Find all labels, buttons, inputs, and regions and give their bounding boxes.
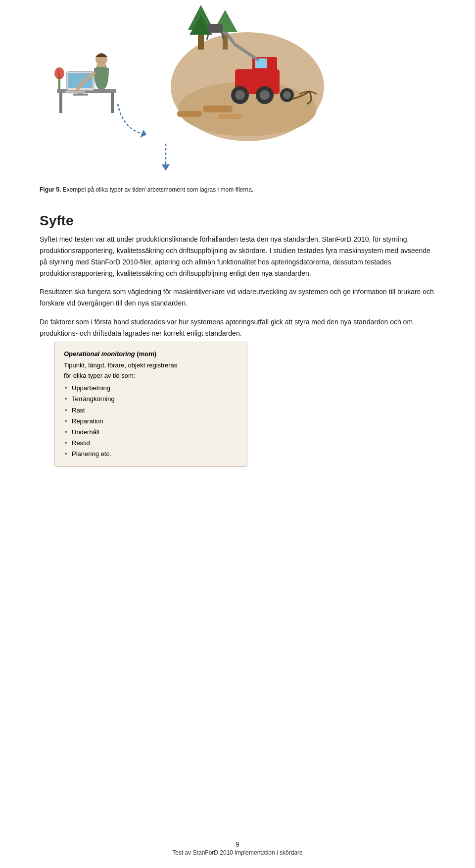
svg-point-27: [260, 90, 270, 100]
svg-point-29: [283, 91, 291, 99]
svg-rect-1: [59, 93, 62, 113]
figure-text: Exempel på olika typer av tider/ arbetsm…: [63, 186, 253, 193]
person-desk-illustration: [54, 40, 119, 119]
list-item: Restid: [64, 438, 238, 449]
operational-monitoring-box: Operational monitoring (mom) Tipunkt, lä…: [54, 342, 247, 467]
figure-caption: Figur 5. Exempel på olika typer av tider…: [40, 185, 435, 194]
svg-point-12: [57, 70, 61, 74]
paragraph-3: De faktorer som i första hand studerades…: [40, 316, 435, 339]
box-items-list: Upparbetning Terrängkörning Rast Reparat…: [64, 383, 238, 460]
svg-rect-30: [208, 24, 223, 33]
paragraph-2: Resultaten ska fungera som vägledning fö…: [40, 286, 435, 309]
figure-label: Figur 5.: [40, 186, 61, 193]
paragraph-1: Syftet med testen var att under produkti…: [40, 234, 435, 279]
box-title: Operational monitoring (mom): [64, 349, 238, 359]
list-item: Reparation: [64, 416, 238, 427]
footer-title: Test av StanForD 2010 implementation i s…: [0, 849, 475, 856]
svg-rect-6: [73, 94, 88, 96]
box-title-rest: (mom): [135, 350, 156, 357]
list-item: Rast: [64, 405, 238, 416]
box-for-text: för olika typer av tid som:: [64, 371, 238, 381]
syfte-section: Syfte Syftet med testen var att under pr…: [40, 213, 435, 339]
page-number: 9: [0, 840, 475, 848]
down-arrow: [156, 144, 176, 171]
box-title-italic: Operational monitoring: [64, 350, 135, 357]
section-heading: Syfte: [40, 213, 435, 229]
page-wrapper: Operational monitoring (mom) Tipunkt, lä…: [0, 0, 475, 868]
svg-rect-7: [65, 91, 85, 93]
svg-rect-32: [203, 105, 233, 112]
page-footer: 9 Test av StanForD 2010 implementation i…: [0, 840, 475, 856]
svg-marker-38: [162, 164, 170, 171]
box-subtitle: Tipunkt, längd, förare, objekt registrer…: [64, 360, 238, 371]
harvester-scene: [139, 5, 327, 144]
svg-point-25: [235, 90, 245, 100]
list-item: Upparbetning: [64, 383, 238, 394]
svg-rect-36: [218, 114, 242, 119]
list-item: Planering etc.: [64, 449, 238, 460]
illustration-area: [40, 0, 435, 178]
svg-rect-34: [177, 111, 202, 117]
list-item: Terrängkörning: [64, 394, 238, 405]
list-item: Underhåll: [64, 427, 238, 438]
